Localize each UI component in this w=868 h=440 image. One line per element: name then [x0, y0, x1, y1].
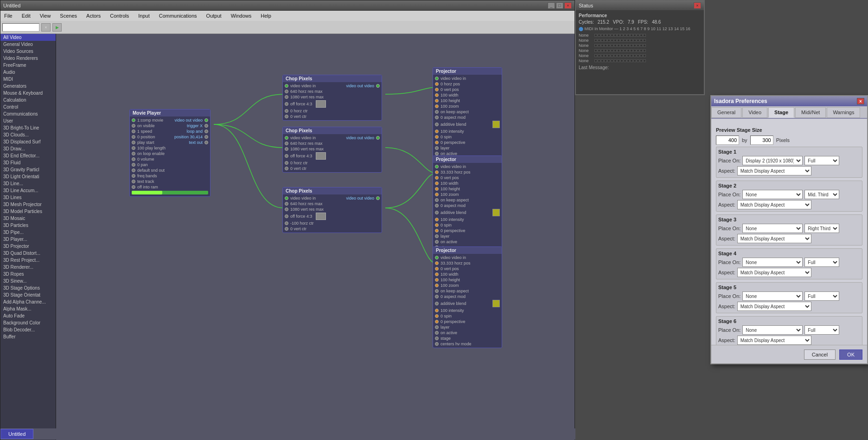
- projector-1-node[interactable]: Projector video video in 0 horz pos 0 ve…: [433, 67, 502, 169]
- node-port[interactable]: [285, 84, 288, 88]
- node-port[interactable]: [435, 342, 439, 346]
- node-port[interactable]: [285, 142, 288, 145]
- search-input[interactable]: [2, 23, 39, 32]
- node-port-out[interactable]: [204, 129, 208, 133]
- node-port[interactable]: [435, 129, 439, 133]
- menu-input[interactable]: Input: [136, 12, 151, 19]
- node-port[interactable]: [435, 82, 439, 86]
- sidebar-item-3d-line-accum[interactable]: 3D Line Accum...: [0, 187, 56, 194]
- chop-pixels-3-node[interactable]: Chop Pixels video video invideo out vide…: [282, 187, 382, 233]
- sidebar-item-3d-player[interactable]: 3D Player...: [0, 236, 56, 243]
- menu-scenes[interactable]: Scenes: [58, 12, 79, 19]
- sidebar-item-3d-model[interactable]: 3D Model Particles: [0, 208, 56, 215]
- chop-pixels-2-node[interactable]: Chop Pixels video video invideo out vide…: [282, 127, 382, 173]
- node-port[interactable]: [285, 95, 288, 99]
- node-port[interactable]: [285, 154, 288, 158]
- node-port[interactable]: [435, 170, 439, 174]
- sidebar-item-blob-decoder[interactable]: Blob Decoder...: [0, 326, 56, 333]
- tab-midi-net[interactable]: Midi/Net: [795, 107, 826, 118]
- node-port[interactable]: [435, 193, 439, 196]
- node-port[interactable]: [285, 147, 288, 151]
- node-port[interactable]: [285, 227, 288, 231]
- stage-3-place-dropdown[interactable]: None: [742, 224, 803, 233]
- sidebar-item-3d-lines[interactable]: 3D Lines: [0, 194, 56, 201]
- menu-edit[interactable]: Edit: [20, 12, 32, 19]
- sidebar-item-3d-mesh[interactable]: 3D Mesh Projector: [0, 201, 56, 208]
- node-port[interactable]: [132, 141, 135, 144]
- sidebar-item-3d-fluid[interactable]: 3D Fluid: [0, 159, 56, 166]
- node-port[interactable]: [435, 93, 439, 97]
- minimize-button[interactable]: _: [548, 2, 555, 9]
- node-port[interactable]: [435, 234, 439, 238]
- node-port[interactable]: [435, 218, 439, 221]
- sidebar-item-video-renderers[interactable]: Video Renderers: [0, 55, 56, 62]
- stage-4-position-dropdown[interactable]: Full: [804, 258, 839, 267]
- tab-untitled[interactable]: Untitled: [0, 429, 33, 439]
- sidebar-item-user[interactable]: User: [0, 117, 56, 124]
- node-port[interactable]: [435, 261, 439, 265]
- node-port[interactable]: [435, 146, 439, 150]
- stage-3-aspect-dropdown[interactable]: Match Display Aspect: [737, 234, 811, 243]
- sidebar-item-3d-ropes[interactable]: 3D Ropes: [0, 271, 56, 278]
- stage-5-position-dropdown[interactable]: Full: [804, 291, 839, 301]
- close-button[interactable]: ×: [564, 2, 572, 9]
- sidebar-item-3d-renderer[interactable]: 3D Renderer...: [0, 264, 56, 271]
- node-port[interactable]: [285, 161, 288, 165]
- node-port[interactable]: [132, 180, 135, 183]
- node-port[interactable]: [435, 104, 439, 108]
- sidebar-item-3d-line[interactable]: 3D Line...: [0, 180, 56, 187]
- menu-windows[interactable]: Windows: [229, 12, 254, 19]
- node-port[interactable]: [285, 102, 288, 106]
- node-port[interactable]: [435, 99, 439, 103]
- prefs-close[interactable]: ×: [857, 98, 864, 104]
- node-port[interactable]: [435, 272, 439, 276]
- node-port[interactable]: [435, 256, 439, 259]
- stage-6-place-dropdown[interactable]: None: [742, 325, 803, 335]
- node-port[interactable]: [132, 135, 135, 139]
- menu-file[interactable]: File: [2, 12, 14, 19]
- node-port[interactable]: [285, 207, 288, 211]
- sidebar-item-3d-end[interactable]: 3D End Effector...: [0, 152, 56, 159]
- node-port[interactable]: [435, 240, 439, 244]
- node-port[interactable]: [435, 267, 439, 271]
- sidebar-item-3d-quad[interactable]: 3D Quad Distort...: [0, 250, 56, 257]
- ok-button[interactable]: OK: [839, 349, 862, 360]
- stage-1-position-dropdown[interactable]: Full: [804, 156, 839, 165]
- tab-general[interactable]: General: [711, 107, 741, 118]
- node-port-out[interactable]: [376, 136, 380, 140]
- sidebar-item-control[interactable]: Control: [0, 104, 56, 110]
- stage-5-place-dropdown[interactable]: None: [742, 291, 803, 301]
- node-port[interactable]: [435, 289, 439, 293]
- tab-warnings[interactable]: Warnings: [827, 107, 860, 118]
- sidebar-item-add-alpha[interactable]: Add Alpha Channe...: [0, 298, 56, 305]
- sidebar-item-3d-stage-orient[interactable]: 3D Stage Orientat: [0, 291, 56, 298]
- node-port-out[interactable]: [376, 84, 380, 88]
- menu-output[interactable]: Output: [204, 12, 223, 19]
- maximize-button[interactable]: □: [556, 2, 563, 9]
- sidebar-item-mouse[interactable]: Mouse & Keyboard: [0, 90, 56, 97]
- node-port[interactable]: [132, 168, 135, 172]
- menu-controls[interactable]: Controls: [108, 12, 131, 19]
- node-port[interactable]: [435, 278, 439, 282]
- stage-5-aspect-dropdown[interactable]: Match Display Aspect: [737, 302, 811, 311]
- node-port[interactable]: [285, 115, 288, 118]
- node-port[interactable]: [435, 295, 439, 298]
- node-port-out[interactable]: [204, 118, 208, 122]
- sidebar-item-auto-fade[interactable]: Auto Fade: [0, 312, 56, 319]
- cancel-button[interactable]: Cancel: [804, 349, 836, 360]
- sidebar-item-freeframe[interactable]: FreeFrame: [0, 62, 56, 69]
- node-port[interactable]: [285, 109, 288, 113]
- stage-6-aspect-dropdown[interactable]: Match Display Aspect: [737, 336, 811, 345]
- sidebar-item-3d-particles[interactable]: 3D Particles: [0, 222, 56, 229]
- menu-help[interactable]: Help: [259, 12, 273, 19]
- node-port[interactable]: [285, 202, 288, 206]
- node-port[interactable]: [435, 336, 439, 340]
- sidebar-item-audio[interactable]: Audio: [0, 69, 56, 76]
- node-port[interactable]: [435, 302, 439, 305]
- node-port[interactable]: [132, 124, 135, 128]
- stage-2-place-dropdown[interactable]: None: [742, 190, 803, 199]
- node-port[interactable]: [435, 320, 439, 324]
- node-port[interactable]: [435, 110, 439, 114]
- node-port[interactable]: [132, 129, 135, 133]
- sidebar-item-3d-gravity[interactable]: 3D Gravity Particl: [0, 166, 56, 173]
